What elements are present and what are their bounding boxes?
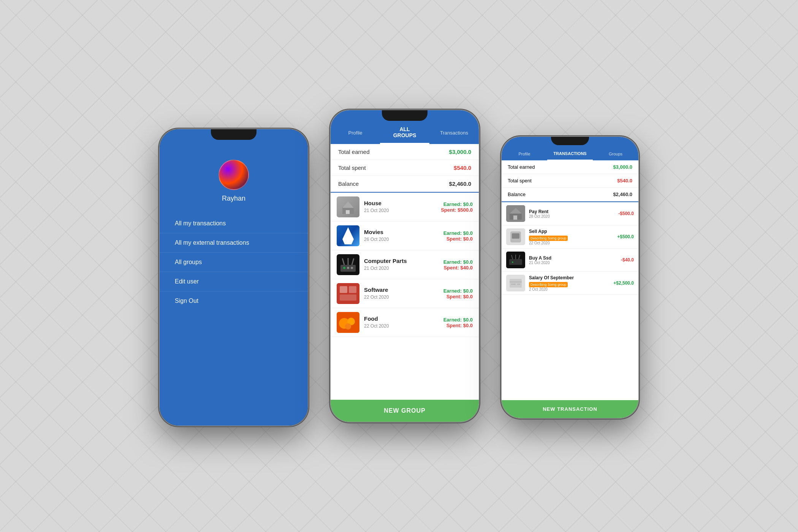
group-amounts-computer: Earned: $0.0 Spent: $40.0 [443,259,473,271]
group-date-movies: 26 Oct 2020 [364,237,439,242]
center-phone: Profile ALLGROUPS Transactions Total ear… [331,110,479,422]
tx-date-pay-rent: 28 Oct 2020 [529,214,614,218]
group-amounts-house: Earned: $0.0 Spent: $500.0 [441,201,473,213]
svg-line-6 [352,258,354,265]
group-name-computer: Computer Parts [364,258,439,264]
username: Rayhan [222,195,245,203]
tx-date-buy-ssd: 21 Oct 2020 [529,261,617,265]
balance-row: Balance $2,460.0 [331,176,479,192]
svg-point-17 [345,323,351,329]
group-name-software: Software [364,287,439,293]
notch-center [382,110,428,121]
group-thumb-movies [337,225,359,246]
tab-right-transactions[interactable]: TRANSACTIONS [547,147,593,160]
group-date-computer: 21 Oct 2020 [364,266,439,271]
tx-salary[interactable]: Salary Of September Describing Somg grou… [502,272,638,295]
group-item-movies[interactable]: Movies 26 Oct 2020 Earned: $0.0 Spent: $… [331,222,479,250]
svg-rect-13 [340,294,356,301]
svg-line-4 [342,258,344,265]
group-thumb-house [337,196,359,217]
tx-name-salary: Salary Of September [529,275,610,280]
svg-line-26 [519,255,520,259]
svg-point-9 [351,267,353,269]
group-date-software: 22 Oct 2020 [364,294,439,300]
tx-thumb-sell-app [506,228,525,245]
new-transaction-button[interactable]: NEW TRANSACTION [502,400,638,418]
group-name-movies: Movies [364,229,439,235]
tab-profile[interactable]: Profile [331,122,380,144]
summary-section: Total earned $3,000.0 Total spent $540.0… [331,144,479,193]
svg-marker-1 [342,201,354,208]
group-date-food: 22 Oct 2020 [364,323,439,329]
total-earned-label: Total earned [338,149,370,155]
svg-marker-19 [510,208,522,214]
menu-edit-user[interactable]: Edit user [160,272,308,291]
house-spent: Spent: $500.0 [441,207,473,213]
right-spent-row: Total spent $540.0 [502,174,638,188]
balance-value: $2,460.0 [449,180,471,187]
svg-rect-11 [340,286,347,293]
menu-sign-out[interactable]: Sign Out [160,291,308,310]
tx-date-salary: 2 Oct 2020 [529,287,610,291]
avatar-container [218,160,249,190]
tx-info-sell-app: Sell App Describing Somg group 22 Oct 20… [529,229,613,245]
group-info-food: Food 22 Oct 2020 [364,315,439,329]
group-item-food[interactable]: Food 22 Oct 2020 Earned: $0.0 Spent: $0.… [331,308,479,337]
menu-all-external-transactions[interactable]: All my external transactions [160,233,308,253]
computer-spent: Spent: $40.0 [443,265,473,271]
tab-transactions[interactable]: Transactions [429,122,479,144]
software-spent: Spent: $0.0 [446,294,473,299]
tx-name-buy-ssd: Buy A Ssd [529,255,617,261]
svg-rect-10 [337,283,359,304]
group-item-computer[interactable]: Computer Parts 21 Oct 2020 Earned: $0.0 … [331,250,479,279]
group-info-computer: Computer Parts 21 Oct 2020 [364,258,439,272]
tx-pay-rent[interactable]: Pay Rent 28 Oct 2020 -$500.0 [502,202,638,225]
tx-group-badge-salary: Describing Somg group [529,282,568,287]
tx-name-pay-rent: Pay Rent [529,209,614,214]
group-amounts-movies: Earned: $0.0 Spent: $0.0 [443,230,473,242]
menu-all-transactions[interactable]: All my transactions [160,214,308,233]
food-earned: Earned: $0.0 [443,317,473,323]
tx-amount-buy-ssd: -$40.0 [621,257,634,263]
svg-rect-30 [511,283,516,285]
tab-right-groups[interactable]: Groups [593,147,638,160]
total-spent-row: Total spent $540.0 [331,160,479,176]
group-amounts-food: Earned: $0.0 Spent: $0.0 [443,317,473,328]
tx-buy-ssd[interactable]: Buy A Ssd 21 Oct 2020 -$40.0 [502,249,638,272]
tx-thumb-salary [506,275,525,291]
total-spent-label: Total spent [338,165,366,171]
tx-info-buy-ssd: Buy A Ssd 21 Oct 2020 [529,255,617,265]
menu-all-groups[interactable]: All groups [160,253,308,272]
tx-sell-app[interactable]: Sell App Describing Somg group 22 Oct 20… [502,225,638,249]
group-item-software[interactable]: Software 22 Oct 2020 Earned: $0.0 Spent:… [331,279,479,308]
tx-group-badge-sell-app: Describing Somg group [529,236,568,241]
right-balance-value: $2,460.0 [613,192,632,197]
summary-section-right: Total earned $3,000.0 Total spent $540.0… [502,160,638,202]
movies-spent: Spent: $0.0 [446,236,473,242]
group-amounts-software: Earned: $0.0 Spent: $0.0 [443,288,473,299]
tab-all-groups[interactable]: ALLGROUPS [380,122,429,144]
tx-info-pay-rent: Pay Rent 28 Oct 2020 [529,209,614,218]
group-item-house[interactable]: House 21 Oct 2020 Earned: $0.0 Spent: $5… [331,193,479,222]
tx-thumb-buy-ssd [506,252,525,268]
tab-right-profile[interactable]: Profile [502,147,547,160]
group-thumb-computer [337,254,359,275]
right-earned-row: Total earned $3,000.0 [502,160,638,174]
tx-name-sell-app: Sell App [529,229,613,234]
group-date-house: 21 Oct 2020 [364,208,436,213]
movies-earned: Earned: $0.0 [443,230,473,236]
svg-rect-12 [349,286,356,293]
group-info-movies: Movies 26 Oct 2020 [364,229,439,243]
group-info-house: House 21 Oct 2020 [364,200,436,214]
notch-left [211,129,256,140]
screen-center: Profile ALLGROUPS Transactions Total ear… [331,110,479,422]
total-earned-row: Total earned $3,000.0 [331,144,479,160]
group-thumb-software [337,283,359,304]
group-info-software: Software 22 Oct 2020 [364,287,439,301]
screen-right: Profile TRANSACTIONS Groups Total earned… [502,137,638,418]
new-group-button[interactable]: NEW GROUP [331,400,479,422]
tx-thumb-pay-rent [506,205,525,222]
screen-left: Rayhan All my transactions All my extern… [160,129,308,426]
right-earned-value: $3,000.0 [613,164,632,170]
tx-amount-salary: +$2,500.0 [613,280,634,286]
